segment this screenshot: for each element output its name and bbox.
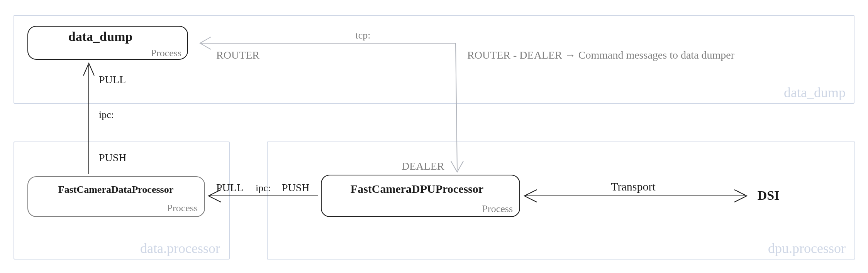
node-data-dump: data_dump Process: [28, 26, 188, 59]
edge-router-dealer-transport: tcp:: [356, 30, 371, 41]
edge-vert-end-top: PULL: [99, 74, 126, 86]
edge-horiz-end-left: PULL: [216, 182, 243, 194]
node-dsi: DSI: [758, 188, 780, 202]
package-data-processor-label: data.processor: [140, 241, 220, 256]
node-data-dump-stereotype: Process: [151, 47, 181, 59]
node-fast-data-stereotype: Process: [167, 202, 198, 214]
edge-transport-label: Transport: [611, 180, 656, 193]
node-fast-camera-dpu-processor: FastCameraDPUProcessor Process: [321, 175, 520, 217]
node-fast-data-title: FastCameraDataProcessor: [58, 184, 173, 195]
edge-push-pull-horizontal: PULL ipc: PUSH: [209, 182, 318, 202]
edge-router-dealer-note: ROUTER - DEALER → Command messages to da…: [467, 49, 735, 61]
edge-router-dealer-end-left: ROUTER: [216, 49, 259, 61]
edge-router-dealer-end-right: DEALER: [402, 160, 444, 172]
node-fast-dpu-stereotype: Process: [482, 203, 513, 214]
edge-push-pull-vertical: PULL ipc: PUSH: [83, 63, 127, 174]
edge-transport: Transport: [524, 180, 747, 202]
node-fast-dpu-title: FastCameraDPUProcessor: [351, 182, 483, 195]
edge-vert-transport: ipc:: [99, 109, 114, 120]
edge-horiz-end-right: PUSH: [282, 182, 310, 194]
package-data-dump-label: data_dump: [784, 85, 846, 100]
package-dpu-processor-label: dpu.processor: [768, 241, 846, 256]
edge-router-dealer: tcp: ROUTER DEALER ROUTER - DEALER → Com…: [200, 30, 735, 172]
node-fast-camera-data-processor: FastCameraDataProcessor Process: [28, 177, 205, 217]
edge-vert-end-bottom: PUSH: [99, 152, 127, 163]
node-data-dump-title: data_dump: [68, 29, 132, 44]
edge-horiz-transport: ipc:: [256, 182, 271, 194]
